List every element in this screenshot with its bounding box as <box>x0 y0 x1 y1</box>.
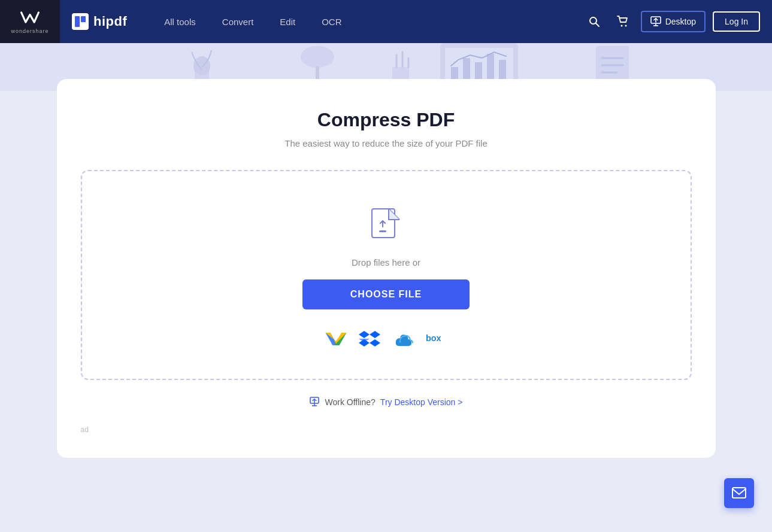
svg-point-5 <box>620 25 622 27</box>
main-content: Compress PDF The easiest way to reduce t… <box>0 91 772 482</box>
contact-float-button[interactable] <box>724 478 754 508</box>
nav-right: Desktop Log In <box>583 11 760 32</box>
search-button[interactable] <box>583 11 605 32</box>
svg-rect-26 <box>499 60 506 79</box>
wondershare-logo: wondershare <box>0 0 60 43</box>
desktop-offline-icon <box>310 397 320 408</box>
hipdf-brand: hipdf <box>72 13 127 30</box>
nav-ocr[interactable]: OCR <box>308 0 355 43</box>
desktop-button[interactable]: Desktop <box>641 11 706 32</box>
hipdf-name: hipdf <box>93 14 127 29</box>
drop-zone[interactable]: Drop files here or CHOOSE FILE <box>81 170 692 380</box>
svg-rect-33 <box>379 230 386 232</box>
ws-icon <box>19 9 41 26</box>
file-upload-icon <box>371 208 402 245</box>
desktop-btn-label: Desktop <box>665 17 696 26</box>
box-icon[interactable]: box <box>426 327 447 349</box>
drop-files-text: Drop files here or <box>352 257 420 267</box>
svg-rect-39 <box>732 488 746 498</box>
svg-text:box: box <box>426 333 441 343</box>
page-subtitle: The easiest way to reduce the size of yo… <box>81 138 692 148</box>
nav-convert[interactable]: Convert <box>209 0 267 43</box>
navbar: wondershare hipdf All tools Convert Edit… <box>0 0 772 43</box>
main-card: Compress PDF The easiest way to reduce t… <box>57 79 716 458</box>
svg-rect-0 <box>72 13 89 30</box>
svg-line-4 <box>595 23 599 27</box>
login-button[interactable]: Log In <box>713 11 760 32</box>
onedrive-icon[interactable] <box>392 327 414 349</box>
nav-edit[interactable]: Edit <box>267 0 308 43</box>
cloud-icons: box <box>325 327 447 349</box>
upload-icon <box>370 207 403 245</box>
choose-file-button[interactable]: CHOOSE FILE <box>302 279 470 309</box>
svg-rect-24 <box>475 62 482 79</box>
mail-icon <box>732 487 746 500</box>
dropbox-icon[interactable] <box>359 327 380 349</box>
desktop-version-link[interactable]: Try Desktop Version > <box>380 397 463 407</box>
svg-rect-2 <box>81 16 86 22</box>
svg-rect-22 <box>451 67 458 79</box>
svg-rect-1 <box>75 16 80 27</box>
svg-rect-25 <box>487 54 494 79</box>
offline-text: Work Offline? <box>325 397 376 407</box>
page-title: Compress PDF <box>81 109 692 131</box>
search-icon <box>588 16 600 28</box>
wondershare-text: wondershare <box>11 28 49 34</box>
cart-icon <box>616 15 629 28</box>
desktop-icon <box>650 16 661 27</box>
svg-rect-23 <box>463 58 470 79</box>
ad-label: ad <box>81 425 692 434</box>
nav-all-tools[interactable]: All tools <box>151 0 209 43</box>
hipdf-logo-icon <box>72 13 89 30</box>
cart-button[interactable] <box>612 11 634 32</box>
svg-point-6 <box>625 25 626 27</box>
gdrive-icon[interactable] <box>325 327 347 349</box>
nav-links: All tools Convert Edit OCR <box>151 0 355 43</box>
offline-link: Work Offline? Try Desktop Version > <box>81 397 692 408</box>
svg-point-13 <box>301 46 334 68</box>
